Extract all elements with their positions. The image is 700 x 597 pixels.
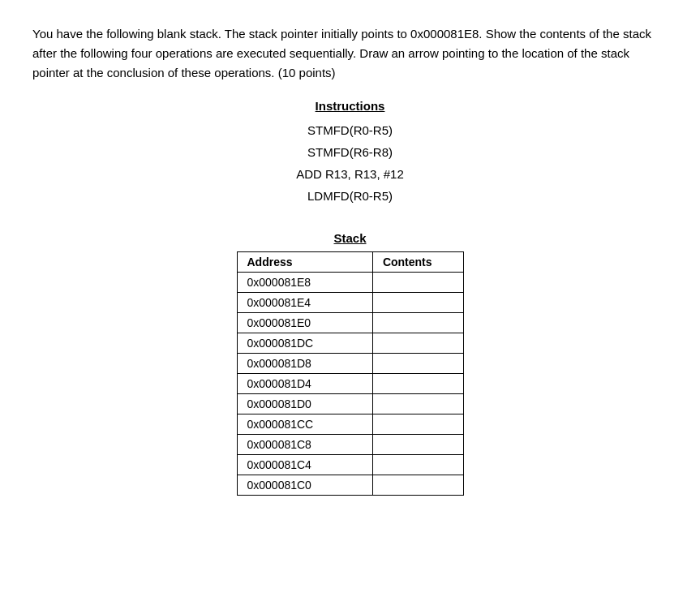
contents-cell	[372, 455, 463, 475]
contents-cell	[372, 435, 463, 455]
address-cell: 0x000081E4	[237, 293, 372, 313]
table-row: 0x000081E0	[237, 313, 463, 333]
table-row: 0x000081D8	[237, 354, 463, 374]
instruction-line-3: ADD R13, R13, #12	[32, 163, 668, 185]
stack-section: Stack Address Contents 0x000081E80x00008…	[32, 231, 668, 496]
table-row: 0x000081C4	[237, 455, 463, 475]
address-cell: 0x000081C4	[237, 455, 372, 475]
stack-title: Stack	[333, 231, 366, 245]
address-cell: 0x000081E8	[237, 273, 372, 293]
table-row: 0x000081DC	[237, 333, 463, 354]
table-row: 0x000081C0	[237, 475, 463, 496]
instruction-line-2: STMFD(R6-R8)	[32, 141, 668, 163]
table-row: 0x000081D0	[237, 394, 463, 414]
contents-cell	[372, 354, 463, 374]
contents-cell	[372, 273, 463, 293]
contents-cell	[372, 333, 463, 354]
instruction-line-4: LDMFD(R0-R5)	[32, 185, 668, 207]
address-cell: 0x000081C0	[237, 475, 372, 496]
table-row: 0x000081C8	[237, 435, 463, 455]
contents-cell	[372, 293, 463, 313]
contents-cell	[372, 414, 463, 435]
address-cell: 0x000081C8	[237, 435, 372, 455]
address-cell: 0x000081D8	[237, 354, 372, 374]
question-paragraph: You have the following blank stack. The …	[32, 24, 665, 83]
table-row: 0x000081E4	[237, 293, 463, 313]
contents-cell	[372, 374, 463, 394]
table-row: 0x000081CC	[237, 414, 463, 435]
address-cell: 0x000081CC	[237, 414, 372, 435]
table-row: 0x000081E8	[237, 273, 463, 293]
address-cell: 0x000081DC	[237, 333, 372, 354]
instruction-line-1: STMFD(R0-R5)	[32, 119, 668, 141]
instructions-section: Instructions STMFD(R0-R5) STMFD(R6-R8) A…	[32, 99, 668, 207]
contents-header: Contents	[372, 252, 463, 273]
contents-cell	[372, 313, 463, 333]
table-header-row: Address Contents	[237, 252, 463, 273]
instructions-title: Instructions	[32, 99, 668, 113]
contents-cell	[372, 475, 463, 496]
address-cell: 0x000081D4	[237, 374, 372, 394]
address-cell: 0x000081E0	[237, 313, 372, 333]
address-cell: 0x000081D0	[237, 394, 372, 414]
contents-cell	[372, 394, 463, 414]
stack-table: Address Contents 0x000081E80x000081E40x0…	[237, 251, 464, 496]
table-row: 0x000081D4	[237, 374, 463, 394]
address-header: Address	[237, 252, 372, 273]
